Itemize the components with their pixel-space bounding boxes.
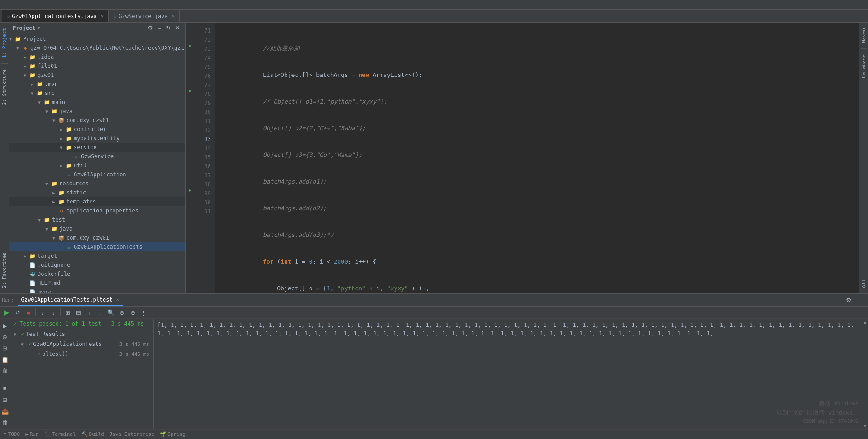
test-item-class[interactable]: ▼ ✓ Gzw01ApplicationTests 3 s 445 ms — [10, 339, 153, 349]
dropdown-arrow[interactable]: ▼ — [38, 25, 40, 30]
sidebar-refresh-btn[interactable]: ↻ — [164, 24, 172, 32]
output-scrollbar[interactable]: ▲ ▼ — [862, 319, 868, 429]
tree-item-com-dxy-gzw01[interactable]: ▼ 📦 com.dxy.gzw01 — [9, 116, 185, 125]
tree-item-src[interactable]: ▼ 📁 src — [9, 89, 185, 98]
tree-item-templates[interactable]: ▶ 📁 templates — [9, 197, 185, 206]
tree-item-java-main[interactable]: ▼ 📁 java — [9, 107, 185, 116]
tree-item-controller[interactable]: ▶ 📁 controller — [9, 125, 185, 134]
tree-item-file01[interactable]: ▶ 📁 file01 — [9, 61, 185, 71]
tab-close-1[interactable]: ✕ — [101, 14, 104, 19]
tree-item-service[interactable]: ▼ 📁 service — [9, 143, 185, 152]
left-tab-project[interactable]: 1: Project — [0, 24, 8, 61]
tree-item-mybatis-entity[interactable]: ▶ 📁 mybatis.entity — [9, 134, 185, 143]
tree-item-idea[interactable]: ▶ 📁 .idea — [9, 52, 185, 61]
run-extra-btn[interactable]: ⋮ — [138, 307, 148, 317]
tree-item-static[interactable]: ▶ 📁 static — [9, 188, 185, 197]
run-stop-btn[interactable]: ■ — [24, 307, 33, 317]
tree-arrow-main: ▼ — [38, 100, 43, 105]
side-btn-7[interactable]: ⊞ — [0, 395, 10, 405]
tree-item-gzw01applicationtests[interactable]: ▶ ☕ Gzw01ApplicationTests — [9, 242, 185, 251]
run-collapse-btn[interactable]: ⊟ — [73, 307, 83, 317]
sidebar-close-btn[interactable]: ✕ — [174, 24, 181, 32]
status-build[interactable]: 🔨 Build — [81, 431, 104, 437]
run-down-btn[interactable]: ↓ — [95, 307, 105, 317]
side-btn-1[interactable]: ▶ — [0, 321, 10, 330]
status-run[interactable]: ▶ Run — [25, 431, 39, 437]
side-btn-2[interactable]: ⊕ — [0, 332, 10, 342]
tree-item-gzwservice[interactable]: ▶ ☕ GzwService — [9, 152, 185, 161]
run-find-btn[interactable]: 🔍 — [106, 307, 116, 317]
gutter-78[interactable]: ▶ — [186, 86, 195, 95]
editor-tab-bar: ☕ Gzw01ApplicationTests.java ✕ ☕ GzwServ… — [0, 10, 868, 23]
side-btn-5[interactable]: 🗑 — [0, 366, 10, 376]
tab-gzw01applicationtests[interactable]: ☕ Gzw01ApplicationTests.java ✕ — [2, 10, 109, 22]
left-tab-favorites[interactable]: 2: Favorites — [0, 249, 8, 292]
right-tab-alt[interactable]: Alt — [860, 275, 868, 292]
side-btn-3[interactable]: ⊟ — [0, 343, 10, 353]
gutter-73[interactable]: ▶ — [186, 41, 195, 50]
tree-item-project[interactable]: ▼ 📁 Project — [9, 34, 185, 43]
bottom-tab-run[interactable]: Gzw01ApplicationTests.pltest ✕ — [18, 294, 123, 306]
status-spring[interactable]: 🌱 Spring — [160, 431, 186, 437]
tree-item-dockerfile[interactable]: ▶ 🐳 Dockerfile — [9, 269, 185, 279]
tree-arrow-com-dxy-test: ▼ — [52, 236, 58, 241]
right-tab-maven[interactable]: Maven — [860, 24, 868, 47]
tab-close-2[interactable]: ✕ — [172, 14, 175, 19]
test-item-root[interactable]: ▼ ✓ Test Results — [10, 329, 153, 339]
left-tab-structure[interactable]: 2: Structure — [0, 66, 8, 109]
run-tab-close[interactable]: ✕ — [116, 297, 119, 302]
status-todo[interactable]: ≡ TODO — [4, 431, 20, 437]
ln-81: 81 — [200, 117, 211, 126]
tree-item-java-test[interactable]: ▼ 📁 java — [9, 224, 185, 233]
run-expand-btn[interactable]: ⊞ — [62, 307, 72, 317]
side-btn-4[interactable]: 📋 — [0, 354, 10, 364]
code-container[interactable]: ▶ ▶ ▶ 71 — [186, 23, 859, 293]
right-tab-database[interactable]: Database — [860, 51, 868, 82]
gutter-80 — [186, 104, 195, 113]
scroll-up-icon[interactable]: ▲ — [863, 320, 866, 325]
tree-label-com-dxy-gzw01: com.dxy.gzw01 — [67, 117, 185, 123]
scroll-down-icon[interactable]: ▼ — [863, 423, 866, 428]
sidebar-collapse-btn[interactable]: ≡ — [156, 24, 162, 32]
tree-item-gzw01application[interactable]: ▶ ☕ Gzw01Application — [9, 170, 185, 179]
status-terminal[interactable]: ⬛ Terminal — [44, 431, 76, 437]
run-sort-btn2[interactable]: ↕ — [48, 307, 58, 317]
gutter-89[interactable]: ▶ — [186, 185, 195, 194]
tree-item-application-properties[interactable]: ▶ ⚙ application.properties — [9, 206, 185, 215]
tree-item-test[interactable]: ▼ 📁 test — [9, 215, 185, 224]
sidebar-settings-btn[interactable]: ⚙ — [146, 24, 154, 32]
run-import-btn[interactable]: ⊖ — [128, 307, 138, 317]
tree-item-main[interactable]: ▼ 📁 main — [9, 98, 185, 107]
run-up-btn[interactable]: ↑ — [84, 307, 94, 317]
tree-item-util[interactable]: ▶ 📁 util — [9, 161, 185, 170]
tree-item-gitignore[interactable]: ▶ 📄 .gitignore — [9, 260, 185, 269]
tab-gzwservice[interactable]: ☕ GzwService.java ✕ — [109, 10, 180, 22]
side-btn-8[interactable]: 📤 — [0, 406, 10, 416]
bottom-settings-btn[interactable]: ⚙ — [844, 296, 854, 305]
tree-item-target[interactable]: ▶ 📁 target — [9, 251, 185, 260]
tree-label-helpmd: HELP.md — [38, 280, 185, 286]
run-export-btn[interactable]: ⊕ — [117, 307, 127, 317]
tree-item-mvn[interactable]: ▶ 📁 .mvn — [9, 80, 185, 89]
sidebar-actions: ⚙ ≡ ↻ ✕ — [146, 24, 181, 32]
run-rerun-btn[interactable]: ↺ — [13, 307, 23, 317]
run-sort-btn1[interactable]: ↕ — [38, 307, 48, 317]
tree-item-resources[interactable]: ▼ 📁 resources — [9, 179, 185, 188]
bottom-left-panel: ▶ ⊕ ⊟ 📋 🗑 ≡ ⊞ 📤 🗑 ✓ Tests passed: 1 of 1… — [0, 319, 154, 429]
run-play-btn[interactable]: ▶ — [2, 307, 12, 317]
tree-arrow-target: ▶ — [24, 254, 29, 259]
tree-item-helpmd[interactable]: ▶ 📄 HELP.md — [9, 279, 185, 288]
bottom-minimize-btn[interactable]: — — [856, 296, 866, 305]
ln-82: 82 — [200, 126, 211, 135]
side-btn-6[interactable]: ≡ — [0, 383, 10, 393]
tree-arrow-test: ▼ — [38, 217, 43, 222]
tree-item-com-dxy-test[interactable]: ▼ 📦 com.dxy.gzw01 — [9, 233, 185, 242]
test-item-method[interactable]: ▶ ✓ pltest() 3 s 445 ms — [10, 349, 153, 359]
status-java-enterprise[interactable]: Java Enterprise — [110, 431, 154, 437]
side-btn-9[interactable]: 🗑 — [0, 417, 10, 427]
test-name-root: Test Results — [26, 331, 65, 337]
tree-item-mvnw[interactable]: ▶ 📄 mvnw — [9, 288, 185, 293]
tree-item-gzw01[interactable]: ▼ 📁 gzw01 — [9, 71, 185, 80]
tree-item-gzw0704[interactable]: ▼ ◆ gzw_0704 C:\Users\Public\Nwt\cache\r… — [9, 43, 185, 52]
code-lines[interactable]: //此批量添加 List<Object[]> batchArgs = new A… — [215, 23, 859, 293]
